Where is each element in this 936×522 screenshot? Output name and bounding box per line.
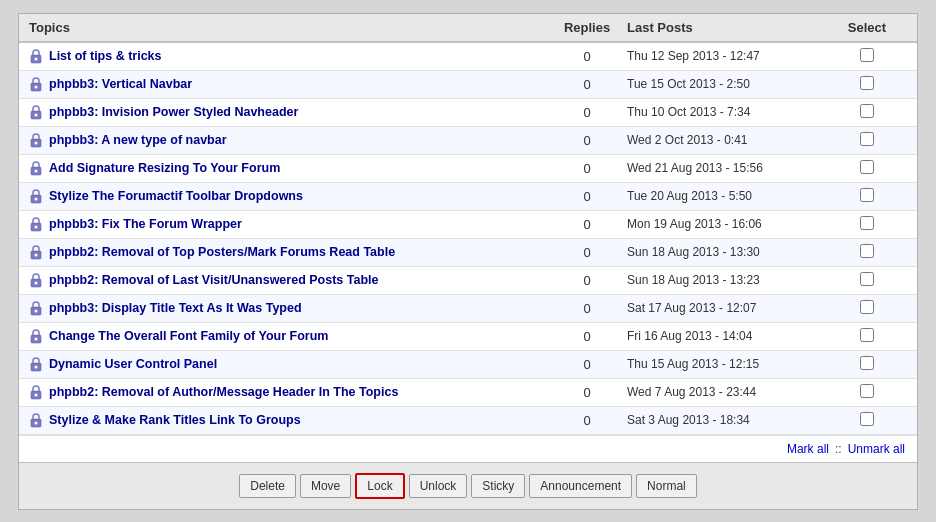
table-row: phpbb3: A new type of navbar 0 Wed 2 Oct… (19, 127, 917, 155)
topic-cell: phpbb3: Display Title Text As It Was Typ… (29, 300, 547, 316)
replies-cell: 0 (547, 217, 627, 232)
select-cell (827, 356, 907, 373)
table-header: Topics Replies Last Posts Select (19, 14, 917, 43)
svg-point-15 (35, 254, 38, 257)
topic-link[interactable]: Add Signature Resizing To Your Forum (49, 161, 280, 175)
row-checkbox[interactable] (860, 412, 874, 426)
table-row: phpbb3: Invision Power Styled Navheader … (19, 99, 917, 127)
main-container: Topics Replies Last Posts Select List of… (18, 13, 918, 510)
lock-button[interactable]: Lock (355, 473, 404, 499)
svg-point-5 (35, 114, 38, 117)
topic-link[interactable]: phpbb3: Fix The Forum Wrapper (49, 217, 242, 231)
lock-icon (29, 132, 43, 148)
topic-link[interactable]: Stylize The Forumactif Toolbar Dropdowns (49, 189, 303, 203)
row-checkbox[interactable] (860, 160, 874, 174)
row-checkbox[interactable] (860, 244, 874, 258)
svg-point-19 (35, 310, 38, 313)
sticky-button[interactable]: Sticky (471, 474, 525, 498)
lastpost-cell: Tue 20 Aug 2013 - 5:50 (627, 189, 827, 203)
row-checkbox[interactable] (860, 132, 874, 146)
select-cell (827, 384, 907, 401)
table-row: phpbb2: Removal of Author/Message Header… (19, 379, 917, 407)
replies-cell: 0 (547, 385, 627, 400)
topic-cell: Dynamic User Control Panel (29, 356, 547, 372)
svg-point-1 (35, 58, 38, 61)
table-row: Stylize & Make Rank Titles Link To Group… (19, 407, 917, 435)
row-checkbox[interactable] (860, 300, 874, 314)
row-checkbox[interactable] (860, 272, 874, 286)
lock-icon (29, 76, 43, 92)
normal-button[interactable]: Normal (636, 474, 697, 498)
lock-icon (29, 328, 43, 344)
topic-link[interactable]: Change The Overall Font Family of Your F… (49, 329, 328, 343)
replies-cell: 0 (547, 301, 627, 316)
replies-cell: 0 (547, 189, 627, 204)
unlock-button[interactable]: Unlock (409, 474, 468, 498)
topic-cell: Stylize The Forumactif Toolbar Dropdowns (29, 188, 547, 204)
select-cell (827, 216, 907, 233)
topic-cell: phpbb3: Invision Power Styled Navheader (29, 104, 547, 120)
unmark-all-link[interactable]: Unmark all (848, 442, 905, 456)
replies-cell: 0 (547, 49, 627, 64)
row-checkbox[interactable] (860, 356, 874, 370)
row-checkbox[interactable] (860, 384, 874, 398)
select-cell (827, 328, 907, 345)
select-cell (827, 104, 907, 121)
lastpost-cell: Sun 18 Aug 2013 - 13:23 (627, 273, 827, 287)
svg-point-17 (35, 282, 38, 285)
delete-button[interactable]: Delete (239, 474, 296, 498)
lastpost-cell: Sun 18 Aug 2013 - 13:30 (627, 245, 827, 259)
row-checkbox[interactable] (860, 104, 874, 118)
replies-cell: 0 (547, 413, 627, 428)
replies-cell: 0 (547, 357, 627, 372)
lock-icon (29, 356, 43, 372)
lastpost-cell: Thu 15 Aug 2013 - 12:15 (627, 357, 827, 371)
announcement-button[interactable]: Announcement (529, 474, 632, 498)
mark-separator: :: (835, 442, 842, 456)
topic-link[interactable]: Dynamic User Control Panel (49, 357, 217, 371)
move-button[interactable]: Move (300, 474, 351, 498)
select-cell (827, 188, 907, 205)
topic-link[interactable]: phpbb3: A new type of navbar (49, 133, 227, 147)
lock-icon (29, 160, 43, 176)
topic-cell: Add Signature Resizing To Your Forum (29, 160, 547, 176)
lastpost-cell: Thu 12 Sep 2013 - 12:47 (627, 49, 827, 63)
topic-link[interactable]: phpbb3: Invision Power Styled Navheader (49, 105, 298, 119)
topic-link[interactable]: phpbb2: Removal of Last Visit/Unanswered… (49, 273, 378, 287)
topic-link[interactable]: phpbb2: Removal of Top Posters/Mark Foru… (49, 245, 395, 259)
select-cell (827, 48, 907, 65)
svg-point-3 (35, 86, 38, 89)
action-buttons-row: Delete Move Lock Unlock Sticky Announcem… (19, 462, 917, 509)
lock-icon (29, 188, 43, 204)
row-checkbox[interactable] (860, 216, 874, 230)
table-row: Dynamic User Control Panel 0 Thu 15 Aug … (19, 351, 917, 379)
topic-link[interactable]: phpbb3: Vertical Navbar (49, 77, 192, 91)
svg-point-7 (35, 142, 38, 145)
topic-cell: Change The Overall Font Family of Your F… (29, 328, 547, 344)
replies-cell: 0 (547, 77, 627, 92)
topic-link[interactable]: phpbb2: Removal of Author/Message Header… (49, 385, 398, 399)
topic-cell: phpbb3: Fix The Forum Wrapper (29, 216, 547, 232)
lock-icon (29, 412, 43, 428)
replies-cell: 0 (547, 133, 627, 148)
lock-icon (29, 104, 43, 120)
mark-all-link[interactable]: Mark all (787, 442, 829, 456)
select-cell (827, 244, 907, 261)
svg-point-21 (35, 338, 38, 341)
row-checkbox[interactable] (860, 188, 874, 202)
topic-cell: List of tips & tricks (29, 48, 547, 64)
topic-link[interactable]: List of tips & tricks (49, 49, 162, 63)
topic-cell: phpbb3: A new type of navbar (29, 132, 547, 148)
topic-link[interactable]: phpbb3: Display Title Text As It Was Typ… (49, 301, 302, 315)
topic-link[interactable]: Stylize & Make Rank Titles Link To Group… (49, 413, 301, 427)
row-checkbox[interactable] (860, 328, 874, 342)
table-row: Change The Overall Font Family of Your F… (19, 323, 917, 351)
table-row: phpbb2: Removal of Last Visit/Unanswered… (19, 267, 917, 295)
lastpost-cell: Wed 21 Aug 2013 - 15:56 (627, 161, 827, 175)
row-checkbox[interactable] (860, 76, 874, 90)
table-row: Stylize The Forumactif Toolbar Dropdowns… (19, 183, 917, 211)
lastpost-cell: Thu 10 Oct 2013 - 7:34 (627, 105, 827, 119)
lastpost-cell: Sat 3 Aug 2013 - 18:34 (627, 413, 827, 427)
lock-icon (29, 216, 43, 232)
row-checkbox[interactable] (860, 48, 874, 62)
